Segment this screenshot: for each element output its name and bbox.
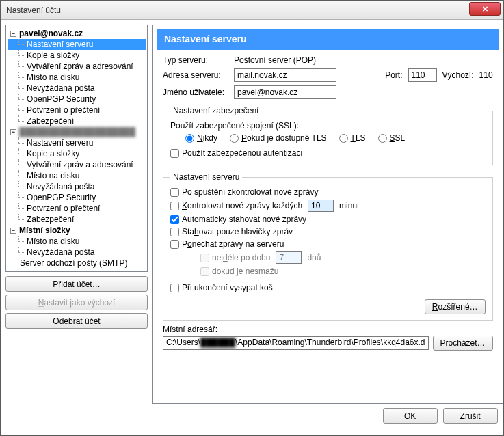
tree-item-receipts[interactable]: Potvrzení o přečtení bbox=[8, 105, 146, 115]
tree-item[interactable]: Nastavení serveru bbox=[8, 137, 146, 148]
username-label: Jméno uživatele: bbox=[163, 87, 228, 97]
max-days-value[interactable]: 7 bbox=[276, 251, 302, 264]
add-account-button[interactable]: Přidat účet… bbox=[5, 276, 148, 292]
ssl-label: Použít zabezpečené spojení (SSL): bbox=[170, 121, 299, 131]
ok-button[interactable]: OK bbox=[383, 408, 438, 424]
server-legend: Nastavení serveru bbox=[170, 172, 242, 182]
local-dir-input[interactable]: C:\Users\██████\AppData\Roaming\Thunderb… bbox=[163, 336, 429, 350]
panel-title: Nastavení serveru bbox=[157, 29, 499, 50]
security-group: Nastavení zabezpečení Použít zabezpečené… bbox=[163, 106, 493, 165]
close-icon: ✕ bbox=[482, 5, 488, 14]
days-label: dnů bbox=[307, 253, 321, 262]
server-address-label: Adresa serveru: bbox=[163, 70, 228, 80]
port-label: Port: bbox=[385, 70, 402, 80]
server-address-input[interactable] bbox=[234, 68, 336, 82]
tree-smtp[interactable]: Server odchozí pošty (SMTP) bbox=[8, 258, 146, 269]
tree-item[interactable]: Nevyžádaná pošta bbox=[8, 247, 146, 258]
tree-account-2[interactable]: −████████████████████ bbox=[8, 126, 146, 137]
ssl-options: Nikdy Pokud je dostupné TLS TLS SSL bbox=[170, 133, 486, 143]
collapse-icon[interactable]: − bbox=[10, 228, 16, 234]
tree-account-1[interactable]: −pavel@novak.cz bbox=[8, 28, 146, 39]
tree-item[interactable]: Místo na disku bbox=[8, 236, 146, 247]
right-column: Nastavení serveru Typ serveru: Poštovní … bbox=[152, 25, 503, 431]
server-type-value: Poštovní server (POP) bbox=[234, 55, 493, 65]
secure-auth-check[interactable]: Použít zabezpečenou autentizaci bbox=[170, 148, 302, 158]
port-input[interactable] bbox=[408, 68, 437, 82]
tree-item[interactable]: Kopie a složky bbox=[8, 148, 146, 159]
remove-account-button[interactable]: Odebrat účet bbox=[5, 313, 148, 329]
tree-item[interactable]: Nevyžádaná pošta bbox=[8, 181, 146, 192]
until-delete[interactable]: dokud je nesmažu bbox=[200, 267, 278, 276]
collapse-icon[interactable]: − bbox=[10, 31, 16, 37]
leave-on-server[interactable]: Ponechat zprávy na serveru bbox=[170, 239, 284, 249]
ssl-ssl-radio[interactable]: SSL bbox=[378, 133, 406, 143]
set-default-button[interactable]: Nastavit jako výchozí bbox=[5, 295, 148, 310]
ssl-never-radio[interactable]: Nikdy bbox=[185, 133, 217, 143]
tree-item[interactable]: OpenPGP Security bbox=[8, 192, 146, 203]
default-port-value: 110 bbox=[479, 70, 493, 80]
tree-item-server-settings[interactable]: Nastavení serveru bbox=[8, 39, 146, 50]
tree-item[interactable]: Potvrzení o přečtení bbox=[8, 203, 146, 214]
security-legend: Nastavení zabezpečení bbox=[170, 106, 261, 115]
titlebar[interactable]: Nastavení účtu ✕ bbox=[1, 1, 503, 20]
dialog-footer: OK Zrušit bbox=[152, 408, 503, 431]
left-column: −pavel@novak.cz Nastavení serveru Kopie … bbox=[5, 25, 148, 431]
tree-item-junk[interactable]: Nevyžádaná pošta bbox=[8, 83, 146, 94]
ssl-label-row: Použít zabezpečené spojení (SSL): bbox=[170, 121, 486, 131]
tree-item-disk[interactable]: Místo na disku bbox=[8, 72, 146, 83]
tree-item-compose[interactable]: Vytváření zpráv a adresování bbox=[8, 61, 146, 72]
close-button[interactable]: ✕ bbox=[469, 2, 501, 16]
tree-item-openpgp[interactable]: OpenPGP Security bbox=[8, 94, 146, 105]
account-settings-window: Nastavení účtu ✕ −pavel@novak.cz Nastave… bbox=[0, 0, 504, 436]
default-port-label: Výchozí: bbox=[442, 70, 474, 80]
tree-local-folders[interactable]: −Místní složky bbox=[8, 225, 146, 236]
tree-item[interactable]: Zabezpečení bbox=[8, 214, 146, 225]
check-on-start[interactable]: Po spuštění zkontrolovat nové zprávy bbox=[170, 187, 318, 197]
settings-panel: Nastavení serveru Typ serveru: Poštovní … bbox=[152, 25, 503, 404]
account-tree[interactable]: −pavel@novak.cz Nastavení serveru Kopie … bbox=[5, 25, 148, 272]
server-group: Nastavení serveru Po spuštění zkontrolov… bbox=[163, 172, 493, 321]
server-identity-grid: Typ serveru: Poštovní server (POP) Adres… bbox=[163, 55, 493, 99]
window-title: Nastavení účtu bbox=[1, 5, 61, 15]
tree-item-security[interactable]: Zabezpečení bbox=[8, 115, 146, 126]
content: −pavel@novak.cz Nastavení serveru Kopie … bbox=[1, 20, 503, 435]
tree-item[interactable]: Místo na disku bbox=[8, 170, 146, 181]
server-type-label: Typ serveru: bbox=[163, 55, 228, 65]
local-dir-section: Místní adresář: C:\Users\██████\AppData\… bbox=[163, 325, 493, 351]
collapse-icon[interactable]: − bbox=[10, 129, 16, 135]
auto-download[interactable]: Automaticky stahovat nové zprávy bbox=[170, 215, 306, 224]
tree-item[interactable]: Vytváření zpráv a adresování bbox=[8, 159, 146, 170]
ssl-tlsavail-radio[interactable]: Pokud je dostupné TLS bbox=[230, 133, 327, 143]
ssl-tls-radio[interactable]: TLS bbox=[339, 133, 366, 143]
tree-item-copies[interactable]: Kopie a složky bbox=[8, 50, 146, 61]
advanced-button[interactable]: Rozšířené… bbox=[425, 299, 486, 314]
username-input[interactable] bbox=[234, 85, 336, 99]
local-dir-label: Místní adresář: bbox=[163, 325, 217, 334]
max-days[interactable]: nejdéle po dobu bbox=[200, 253, 270, 262]
side-buttons: Přidat účet… Nastavit jako výchozí Odebr… bbox=[5, 276, 148, 329]
empty-trash[interactable]: Při ukončení vysypat koš bbox=[170, 283, 273, 292]
cancel-button[interactable]: Zrušit bbox=[443, 408, 498, 424]
browse-button[interactable]: Procházet… bbox=[433, 336, 493, 351]
minutes-label: minut bbox=[339, 201, 359, 210]
check-every[interactable]: Kontrolovat nové zprávy každých bbox=[170, 201, 302, 210]
headers-only[interactable]: Stahovat pouze hlavičky zpráv bbox=[170, 227, 293, 236]
panel-body: Typ serveru: Poštovní server (POP) Adres… bbox=[153, 54, 503, 357]
check-every-minutes[interactable]: 10 bbox=[308, 200, 334, 212]
